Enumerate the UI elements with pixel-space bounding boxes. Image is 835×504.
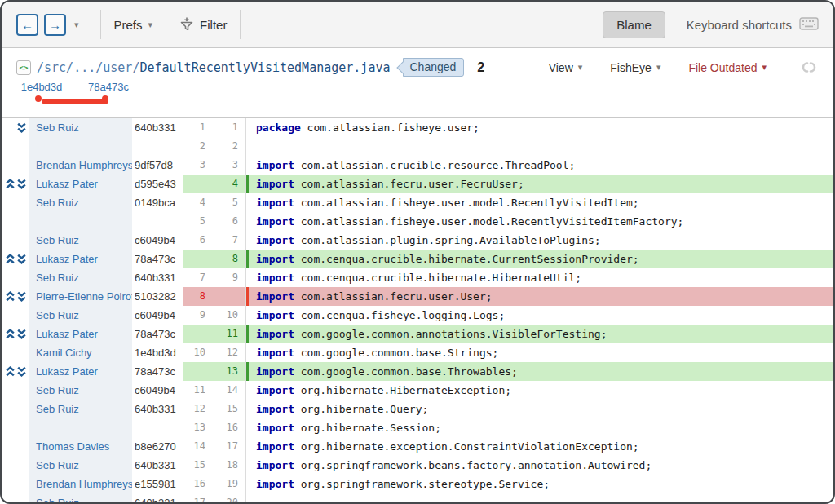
double-chevron-down-icon[interactable] xyxy=(16,122,27,133)
broken-chain-icon[interactable] xyxy=(799,61,819,73)
view-menu[interactable]: View ▾ xyxy=(549,61,583,74)
code-text: org.springframework.beans.factory.annota… xyxy=(294,459,652,471)
revision-link[interactable] xyxy=(132,212,183,231)
line-numbers: 8 xyxy=(183,287,246,306)
slider-track[interactable] xyxy=(42,99,108,104)
revision-link[interactable]: 5103282 xyxy=(132,287,183,306)
file-outdated-menu[interactable]: File Outdated ▾ xyxy=(688,61,767,74)
line-numbers: 13 xyxy=(183,362,246,381)
author-link[interactable]: Pierre-Etienne Poirot xyxy=(29,287,132,306)
revision-link[interactable]: d595e43 xyxy=(132,175,183,193)
old-line-number: 7 xyxy=(183,268,213,287)
code-line: import com.atlassian.fisheye.user.model.… xyxy=(246,193,833,212)
chevron-down-icon: ▾ xyxy=(578,62,583,73)
double-chevron-down-icon[interactable] xyxy=(16,366,27,377)
author-link[interactable]: Seb Ruiz xyxy=(29,381,132,400)
old-line-number: 5 xyxy=(183,212,213,231)
author-link[interactable]: Seb Ruiz xyxy=(29,456,132,475)
author-link[interactable]: Lukasz Pater xyxy=(29,250,132,268)
revision-link[interactable] xyxy=(132,418,183,437)
revision-link[interactable]: c6049b4 xyxy=(132,231,183,250)
author-link[interactable]: Kamil Cichy xyxy=(29,343,132,362)
code-text: com.google.common.base.Strings; xyxy=(294,347,498,359)
revision-link[interactable]: 640b331 xyxy=(132,118,183,137)
code-text: org.hibernate.HibernateException; xyxy=(294,384,511,396)
forward-button[interactable]: → xyxy=(44,14,66,36)
revision-link[interactable]: 78a473c xyxy=(132,325,183,343)
old-line-number xyxy=(183,362,213,381)
file-name[interactable]: DefaultRecentlyVisitedManager.java xyxy=(139,60,390,75)
double-chevron-down-icon[interactable] xyxy=(16,291,27,302)
revision-link[interactable]: b8e6270 xyxy=(132,437,183,456)
code-line: import com.cenqua.crucible.hibernate.Hib… xyxy=(246,268,833,287)
old-line-number: 13 xyxy=(183,418,213,437)
fisheye-menu[interactable]: FishEye ▾ xyxy=(610,61,660,74)
blame-toggle-button[interactable]: Blame xyxy=(603,11,665,38)
revision-link[interactable]: 640b331 xyxy=(132,493,183,504)
author-link[interactable] xyxy=(29,418,132,437)
author-link[interactable]: Brendan Humphreys xyxy=(29,156,132,175)
revision-link[interactable]: 640b331 xyxy=(132,400,183,418)
old-line-number xyxy=(183,175,213,193)
code-text: org.hibernate.Query; xyxy=(294,403,428,415)
revision-link[interactable]: e155981 xyxy=(132,475,183,493)
old-line-number xyxy=(183,250,213,268)
revision-link[interactable]: 640b331 xyxy=(132,456,183,475)
revision-link[interactable]: c6049b4 xyxy=(132,381,183,400)
author-link[interactable]: Seb Ruiz xyxy=(29,193,132,212)
author-link[interactable]: Brendan Humphreys xyxy=(29,475,132,493)
author-link[interactable]: Seb Ruiz xyxy=(29,306,132,325)
double-chevron-up-icon[interactable] xyxy=(5,329,15,339)
author-link[interactable]: Seb Ruiz xyxy=(29,231,132,250)
new-line-number: 19 xyxy=(213,475,245,493)
double-chevron-down-icon[interactable] xyxy=(16,254,27,264)
revision-slider: 1e4bd3d 78a473c xyxy=(2,80,833,117)
double-chevron-up-icon[interactable] xyxy=(5,291,15,302)
filter-button[interactable]: Filter xyxy=(179,16,227,33)
revision-link[interactable]: 1e4bd3d xyxy=(132,343,183,362)
author-link[interactable]: Lukasz Pater xyxy=(29,175,132,193)
author-link[interactable]: Seb Ruiz xyxy=(29,400,132,418)
revision-link[interactable] xyxy=(132,137,183,156)
code-keyword: import xyxy=(256,197,294,209)
revision-link[interactable]: 78a473c xyxy=(132,250,183,268)
code-line: import com.google.common.base.Throwables… xyxy=(246,362,833,381)
file-outdated-label: File Outdated xyxy=(688,61,757,74)
to-revision-label[interactable]: 78a473c xyxy=(80,81,137,93)
diff-nav-gutter xyxy=(2,268,29,287)
old-line-number: 1 xyxy=(183,118,213,137)
slider-handle-from[interactable] xyxy=(35,95,42,102)
back-button[interactable]: ← xyxy=(16,14,38,36)
author-link[interactable]: Lukasz Pater xyxy=(29,325,132,343)
code-line: import com.atlassian.crucible.resource.T… xyxy=(246,156,833,175)
author-link[interactable] xyxy=(29,137,132,156)
breadcrumb[interactable]: /src/.../user/DefaultRecentlyVisitedMana… xyxy=(37,60,390,75)
author-link[interactable]: Thomas Davies xyxy=(29,437,132,456)
revision-link[interactable]: 0149bca xyxy=(132,193,183,212)
double-chevron-down-icon[interactable] xyxy=(16,179,27,189)
double-chevron-up-icon[interactable] xyxy=(5,179,15,189)
author-link[interactable] xyxy=(29,212,132,231)
nav-dropdown-caret-icon[interactable]: ▾ xyxy=(74,20,79,30)
new-line-number: 10 xyxy=(213,306,245,325)
diff-table: Seb Ruiz 640b331 1 1 package com.atlassi… xyxy=(2,117,833,504)
prefs-menu[interactable]: Prefs ▾ xyxy=(114,18,153,32)
slider-handle-to[interactable] xyxy=(102,95,108,102)
code-text: com.atlassian.fisheye.user.model.Recentl… xyxy=(294,215,683,228)
author-link[interactable]: Seb Ruiz xyxy=(29,493,132,504)
double-chevron-up-icon[interactable] xyxy=(5,366,15,377)
double-chevron-down-icon[interactable] xyxy=(16,329,27,339)
funnel-icon xyxy=(179,16,194,33)
author-link[interactable]: Seb Ruiz xyxy=(29,118,132,137)
revision-link[interactable]: c6049b4 xyxy=(132,306,183,325)
new-line-number: 15 xyxy=(213,400,245,418)
author-link[interactable]: Seb Ruiz xyxy=(29,268,132,287)
double-chevron-up-icon[interactable] xyxy=(5,254,15,264)
revision-link[interactable]: 640b331 xyxy=(132,268,183,287)
revision-link[interactable]: 9df57d8 xyxy=(132,156,183,175)
from-revision-label[interactable]: 1e4bd3d xyxy=(13,81,70,93)
path-prefix[interactable]: /src/.../user/ xyxy=(37,60,139,75)
author-link[interactable]: Lukasz Pater xyxy=(29,362,132,381)
keyboard-shortcuts-button[interactable]: Keyboard shortcuts xyxy=(687,17,819,33)
revision-link[interactable]: 78a473c xyxy=(132,362,183,381)
